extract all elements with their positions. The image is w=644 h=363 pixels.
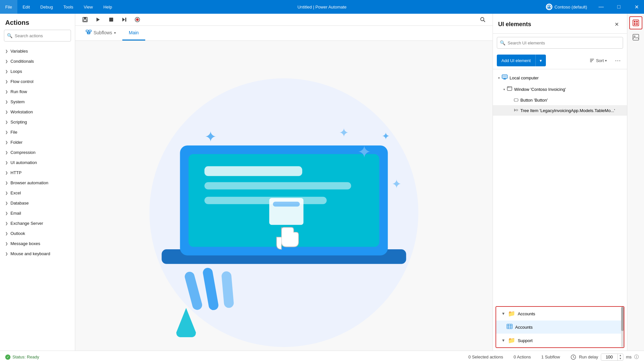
action-label: HTTP (10, 170, 22, 175)
tree-item-label: Local computer (510, 75, 539, 80)
actions-count: 0 Actions (513, 355, 531, 359)
menu-file[interactable]: File (0, 0, 17, 14)
action-item-message-boxes[interactable]: ❯ Message boxes (0, 239, 75, 249)
minimize-button[interactable]: — (594, 0, 609, 14)
menu-view[interactable]: View (78, 0, 98, 14)
scrollbar[interactable] (621, 307, 624, 347)
action-item-loops[interactable]: ❯ Loops (0, 66, 75, 76)
ui-elements-title: UI elements (498, 21, 531, 28)
action-item-file[interactable]: ❯ File (0, 127, 75, 137)
action-item-system[interactable]: ❯ System (0, 97, 75, 107)
action-label: Conditionals (10, 59, 34, 64)
tab-subflows[interactable]: Subflows ▾ (79, 26, 122, 41)
ui-elements-panel: UI elements ✕ 🔍 Add UI element ▾ Sort ▾ … (493, 14, 627, 351)
chevron-icon: ❯ (5, 242, 8, 245)
action-item-variables[interactable]: ❯ Variables (0, 46, 75, 56)
more-options-button[interactable]: ⋯ (613, 55, 623, 66)
save-button[interactable] (79, 14, 91, 25)
titlebar-menu: File Edit Debug Tools View Help (0, 0, 117, 14)
add-ui-element-dropdown-icon[interactable]: ▾ (535, 55, 546, 66)
bottom-tree-support-folder[interactable]: ▼ 📁 Support (496, 334, 624, 347)
run-delay-container: Run delay ▲ ▼ ms ⓘ (570, 354, 639, 361)
svg-rect-4 (83, 20, 87, 21)
close-button[interactable]: ✕ (629, 0, 644, 14)
run-delay-info-icon[interactable]: ⓘ (634, 354, 639, 360)
account-icon (546, 4, 552, 10)
tree-item-local-computer[interactable]: ▾ Local computer (493, 72, 627, 84)
tab-main[interactable]: Main (122, 26, 145, 41)
images-panel-button[interactable] (629, 31, 642, 44)
canvas-search-button[interactable] (477, 14, 489, 25)
maximize-button[interactable]: □ (611, 0, 626, 14)
action-item-workstation[interactable]: ❯ Workstation (0, 107, 75, 117)
tree-item-icon (514, 108, 518, 113)
run-delay-down-button[interactable]: ▼ (618, 357, 623, 360)
svg-rect-27 (273, 202, 300, 206)
ui-elements-panel-button[interactable] (629, 16, 642, 29)
action-item-flow-control[interactable]: ❯ Flow control (0, 76, 75, 87)
run-delay-value-input[interactable] (601, 354, 618, 360)
run-delay-unit: ms (626, 355, 632, 359)
bottom-tree-accounts-folder[interactable]: ▼ 📁 Accounts (496, 307, 624, 321)
action-item-email[interactable]: ❯ Email (0, 208, 75, 218)
svg-rect-61 (633, 34, 639, 40)
tree-item-label: Tree Item 'LegacyInvoicingApp.Models.Tab… (520, 108, 615, 113)
account-button[interactable]: Contoso (default) (542, 4, 591, 10)
action-item-exchange-server[interactable]: ❯ Exchange Server (0, 218, 75, 228)
svg-rect-59 (634, 23, 635, 25)
table-icon (507, 324, 513, 330)
step-button[interactable] (118, 14, 130, 25)
action-label: Outlook (10, 231, 25, 236)
chevron-icon: ❯ (5, 211, 8, 215)
svg-rect-41 (503, 79, 506, 79)
chevron-icon: ❯ (5, 49, 8, 53)
action-item-browser-automation[interactable]: ❯ Browser automation (0, 178, 75, 188)
action-label: Compression (10, 150, 36, 155)
menu-help[interactable]: Help (98, 0, 117, 14)
action-item-compression[interactable]: ❯ Compression (0, 147, 75, 157)
run-button[interactable] (92, 14, 104, 25)
action-item-folder[interactable]: ❯ Folder (0, 137, 75, 147)
action-item-database[interactable]: ❯ Database (0, 198, 75, 208)
tab-subflows-label: Subflows (94, 30, 112, 35)
app-title: Untitled | Power Automate (297, 5, 346, 9)
folder-icon: 📁 (508, 337, 515, 344)
record-button[interactable] (131, 14, 143, 25)
action-item-mouse-keyboard[interactable]: ❯ Mouse and keyboard (0, 249, 75, 259)
actions-search-input[interactable] (4, 30, 71, 41)
add-ui-element-button[interactable]: Add UI element ▾ (497, 55, 546, 66)
tree-item-window[interactable]: ▾ Window 'Contoso Invoicing' (493, 84, 627, 95)
action-item-scripting[interactable]: ❯ Scripting (0, 117, 75, 127)
ui-elements-close-button[interactable]: ✕ (611, 19, 622, 29)
action-item-http[interactable]: ❯ HTTP (0, 168, 75, 178)
ui-elements-search-input[interactable] (497, 37, 623, 49)
tree-item-button[interactable]: Button 'Button' (493, 95, 627, 105)
canvas-illustration: ✦ ✦ ✦ ✦ ✦ (88, 54, 479, 363)
action-item-excel[interactable]: ❯ Excel (0, 188, 75, 198)
sort-button[interactable]: Sort ▾ (586, 56, 610, 65)
action-label: Workstation (10, 109, 33, 114)
action-item-outlook[interactable]: ❯ Outlook (0, 228, 75, 239)
subflow-count: 1 Subflow (541, 355, 560, 359)
action-label: File (10, 130, 17, 135)
actions-search-container: 🔍 (4, 30, 71, 41)
action-item-run-flow[interactable]: ❯ Run flow (0, 87, 75, 97)
tree-item-tree-item[interactable]: Tree Item 'LegacyInvoicingApp.Models.Tab… (493, 105, 627, 116)
action-item-ui-automation[interactable]: ❯ UI automation (0, 157, 75, 168)
stop-button[interactable] (105, 14, 117, 25)
menu-tools[interactable]: Tools (58, 0, 78, 14)
svg-rect-24 (204, 182, 351, 189)
action-item-conditionals[interactable]: ❯ Conditionals (0, 56, 75, 66)
run-delay-up-button[interactable]: ▲ (618, 354, 623, 357)
menu-edit[interactable]: Edit (17, 0, 35, 14)
chevron-icon: ❯ (5, 90, 8, 93)
bottom-tree-accounts-table[interactable]: Accounts (496, 321, 624, 334)
action-label: Exchange Server (10, 221, 43, 226)
action-label: Mouse and keyboard (10, 251, 50, 256)
action-label: Browser automation (10, 180, 48, 185)
chevron-icon: ❯ (5, 232, 8, 235)
action-label: Loops (10, 69, 22, 74)
menu-debug[interactable]: Debug (35, 0, 58, 14)
chevron-icon: ❯ (5, 120, 8, 124)
run-delay-input[interactable]: ▲ ▼ (601, 354, 623, 361)
